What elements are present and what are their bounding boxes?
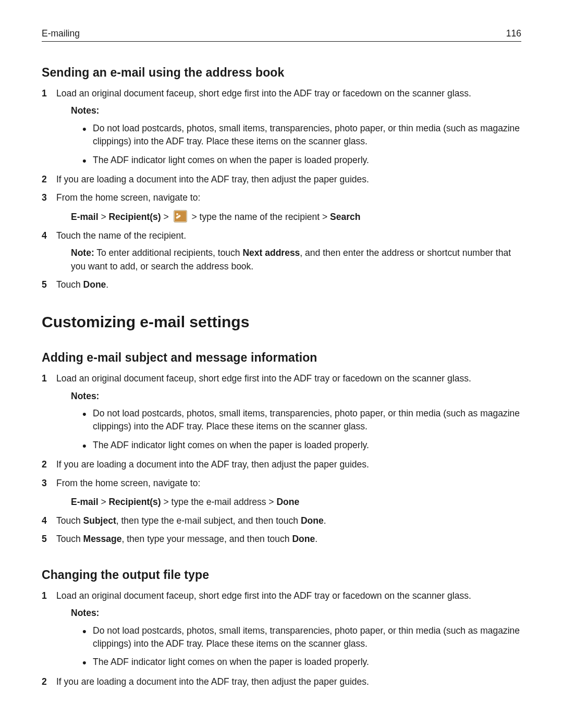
step-bold: Done bbox=[301, 515, 324, 526]
nav-sep: > bbox=[99, 212, 109, 222]
notes-list: Do not load postcards, photos, small ite… bbox=[82, 624, 521, 669]
nav-text: > type the name of the recipient > bbox=[189, 212, 330, 222]
step-text: From the home screen, navigate to: bbox=[56, 192, 200, 203]
notes-list: Do not load postcards, photos, small ite… bbox=[82, 407, 521, 452]
nav-recipients: Recipient(s) bbox=[108, 497, 161, 507]
steps-list: Load an original document faceup, short … bbox=[42, 87, 521, 291]
note-bold: Next address bbox=[242, 248, 300, 258]
step-text: Load an original document faceup, short … bbox=[56, 88, 471, 98]
note-item: The ADF indicator light comes on when th… bbox=[82, 439, 521, 452]
page-header: E-mailing 116 bbox=[42, 28, 521, 42]
step: From the home screen, navigate to: E-mai… bbox=[42, 477, 521, 510]
heading-adding-subject-message: Adding e-mail subject and message inform… bbox=[42, 351, 521, 365]
note-item: The ADF indicator light comes on when th… bbox=[82, 154, 521, 167]
nav-search: Search bbox=[330, 212, 360, 222]
step-text: Touch bbox=[56, 515, 83, 526]
step-text: From the home screen, navigate to: bbox=[56, 478, 200, 488]
notes-label: Notes: bbox=[71, 607, 521, 620]
note-item: The ADF indicator light comes on when th… bbox=[82, 656, 521, 669]
note-item: Do not load postcards, photos, small ite… bbox=[82, 624, 521, 651]
step: Load an original document faceup, short … bbox=[42, 589, 521, 669]
step: Touch Message, then type your message, a… bbox=[42, 533, 521, 546]
steps-list: Load an original document faceup, short … bbox=[42, 589, 521, 688]
notes-label: Notes: bbox=[71, 104, 521, 117]
step-text: Load an original document faceup, short … bbox=[56, 373, 471, 384]
step: If you are loading a document into the A… bbox=[42, 173, 521, 186]
step-bold: Subject bbox=[83, 515, 116, 526]
nav-done: Done bbox=[276, 497, 299, 507]
step: If you are loading a document into the A… bbox=[42, 458, 521, 471]
note-text: To enter additional recipients, touch bbox=[94, 248, 243, 258]
nav-sep: > bbox=[99, 497, 109, 507]
note-callout: Note: To enter additional recipients, to… bbox=[71, 246, 521, 273]
note-item: Do not load postcards, photos, small ite… bbox=[82, 122, 521, 149]
step-text: . bbox=[106, 279, 108, 290]
step: If you are loading a document into the A… bbox=[42, 675, 521, 688]
step: Load an original document faceup, short … bbox=[42, 87, 521, 167]
header-section: E-mailing bbox=[42, 28, 80, 39]
notes-list: Do not load postcards, photos, small ite… bbox=[82, 122, 521, 167]
nav-email: E-mail bbox=[71, 212, 99, 222]
step-text: Load an original document faceup, short … bbox=[56, 590, 471, 601]
step-text: , then type your message, and then touch bbox=[122, 534, 292, 544]
step-text: Touch bbox=[56, 534, 83, 544]
note-lead: Note: bbox=[71, 248, 94, 258]
step-bold: Done bbox=[83, 279, 106, 290]
step-text: Touch bbox=[56, 279, 83, 290]
step: Load an original document faceup, short … bbox=[42, 372, 521, 452]
step-bold: Done bbox=[292, 534, 315, 544]
steps-list: Load an original document faceup, short … bbox=[42, 372, 521, 546]
step-text: Touch the name of the recipient. bbox=[56, 230, 186, 241]
step-text: , then type the e-mail subject, and then… bbox=[116, 515, 301, 526]
nav-sep: > bbox=[161, 212, 172, 222]
step: From the home screen, navigate to: E-mai… bbox=[42, 191, 521, 224]
nav-text: > type the e-mail address > bbox=[161, 497, 277, 507]
header-page-number: 116 bbox=[506, 28, 521, 39]
breadcrumb-nav: E-mail > Recipient(s) > type the e-mail … bbox=[71, 495, 521, 509]
heading-sending-email-address-book: Sending an e-mail using the address book bbox=[42, 66, 521, 80]
address-book-icon bbox=[174, 210, 187, 223]
step: Touch Done. bbox=[42, 278, 521, 291]
step: Touch the name of the recipient. Note: T… bbox=[42, 229, 521, 273]
step-bold: Message bbox=[83, 534, 122, 544]
nav-email: E-mail bbox=[71, 497, 99, 507]
step-text: . bbox=[315, 534, 317, 544]
note-item: Do not load postcards, photos, small ite… bbox=[82, 407, 521, 434]
heading-changing-output-file-type: Changing the output file type bbox=[42, 568, 521, 582]
breadcrumb-nav: E-mail > Recipient(s) > > type the name … bbox=[71, 210, 521, 224]
step: Touch Subject, then type the e-mail subj… bbox=[42, 514, 521, 527]
step-text: . bbox=[324, 515, 326, 526]
notes-label: Notes: bbox=[71, 390, 521, 403]
heading-customizing-email-settings: Customizing e-mail settings bbox=[42, 313, 521, 331]
nav-recipients: Recipient(s) bbox=[108, 212, 161, 222]
